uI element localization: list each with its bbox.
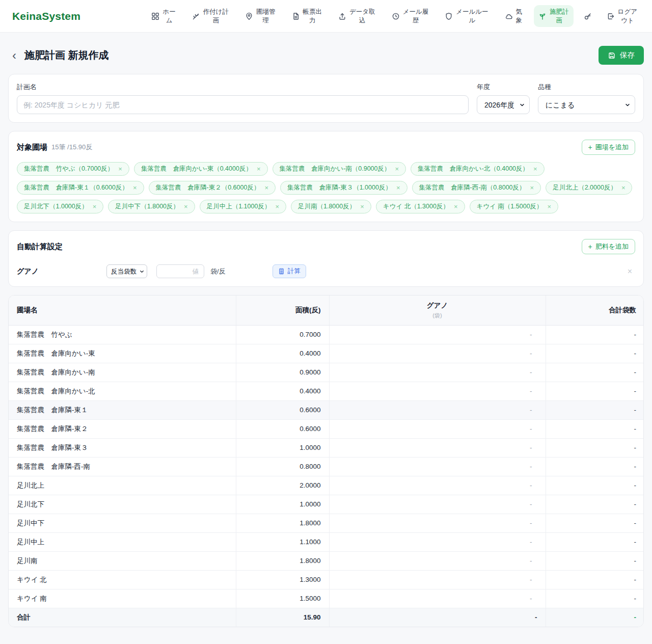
field-tag-label: 集落営農 倉庫隣-東３（1.0000反） <box>287 183 392 192</box>
remove-tag-icon[interactable]: × <box>395 165 399 173</box>
field-tag[interactable]: 集落営農 倉庫向かい-東（0.4000反） × <box>134 162 268 176</box>
field-tag[interactable]: 足川中下（1.8000反） × <box>108 200 195 213</box>
nav-item-weather[interactable]: 気象 <box>500 5 527 27</box>
nav-label: ホーム <box>162 8 175 24</box>
field-tag[interactable]: 足川中上（1.1000反） × <box>200 200 286 213</box>
table-row: 集落営農 倉庫向かい-東 0.4000 - - <box>9 344 644 363</box>
field-tag[interactable]: 足川北上（2.0000反） × <box>546 181 632 195</box>
remove-tag-icon[interactable]: × <box>264 184 268 192</box>
cell-field-name: キウイ 北 <box>9 570 236 589</box>
cell-guano: - <box>329 589 546 608</box>
field-tag[interactable]: キウイ 北（1.3000反） × <box>376 200 465 213</box>
field-tag[interactable]: 足川南（1.8000反） × <box>291 200 371 213</box>
field-tag[interactable]: 集落営農 倉庫向かい-北（0.4000反） × <box>411 162 545 176</box>
col-header-area: 面積(反) <box>236 296 329 325</box>
cell-area: 2.0000 <box>236 476 329 495</box>
nav-item-data-import[interactable]: データ取込 <box>334 5 380 27</box>
calculate-button[interactable]: 計算 <box>273 264 306 278</box>
table-row: 集落営農 倉庫向かい-南 0.9000 - - <box>9 363 644 382</box>
remove-tag-icon[interactable]: × <box>257 165 261 173</box>
remove-tag-icon[interactable]: × <box>275 203 279 210</box>
table-header-row: 圃場名 面積(反) グアノ (袋) 合計袋数 <box>9 296 644 325</box>
remove-tag-icon[interactable]: × <box>454 203 458 210</box>
nav-item-mail-rules[interactable]: メールルール <box>440 5 493 27</box>
field-tag[interactable]: 集落営農 倉庫隣-西-南（0.8000反） × <box>412 181 541 195</box>
cell-field-name: 足川北下 <box>9 495 236 514</box>
cell-field-name: 集落営農 倉庫向かい-東 <box>9 344 236 363</box>
cell-guano: - <box>329 532 546 551</box>
cell-total-bags: - <box>546 325 644 344</box>
shield-icon <box>445 12 453 20</box>
calculator-icon <box>278 268 285 275</box>
field-tag[interactable]: 集落営農 倉庫隣-東１（0.6000反） × <box>17 181 144 195</box>
cell-area: 0.8000 <box>236 457 329 476</box>
field-tag-label: 集落営農 倉庫向かい-南（0.9000反） <box>280 165 391 173</box>
remove-fertilizer-icon[interactable]: × <box>624 267 635 276</box>
remove-tag-icon[interactable]: × <box>548 203 552 210</box>
nav-item-field-management[interactable]: 圃場管理 <box>240 5 280 27</box>
field-tag-label: 集落営農 倉庫隣-東２（0.6000反） <box>156 183 260 192</box>
table-row: 集落営農 倉庫隣-東１ 0.6000 - - <box>9 400 644 419</box>
remove-tag-icon[interactable]: × <box>93 203 97 210</box>
target-fields-title: 対象圃場 <box>17 143 47 152</box>
cell-field-name: 集落営農 倉庫隣-西-南 <box>9 457 236 476</box>
cell-field-name: 足川北上 <box>9 476 236 495</box>
cell-area: 1.8000 <box>236 514 329 532</box>
remove-tag-icon[interactable]: × <box>184 203 188 210</box>
cell-area: 1.3000 <box>236 570 329 589</box>
nav-item-logout[interactable]: ログアウト <box>602 5 642 27</box>
calc-value-input[interactable] <box>156 264 204 278</box>
cell-guano: - <box>329 382 546 400</box>
save-button[interactable]: 保存 <box>599 46 644 65</box>
nav-item-report-output[interactable]: 帳票出力 <box>287 5 327 27</box>
page-title: 施肥計画 新規作成 <box>24 48 109 62</box>
cell-total-bags: - <box>546 514 644 532</box>
field-tag[interactable]: キウイ 南（1.5000反） × <box>470 200 559 213</box>
cell-total-bags: - <box>546 438 644 457</box>
table-row: 足川北上 2.0000 - - <box>9 476 644 495</box>
calc-mode-select[interactable]: 反当袋数 <box>106 264 147 278</box>
cell-guano: - <box>329 419 546 438</box>
year-select[interactable]: 2026年度 <box>477 95 530 114</box>
nav-item-api-key[interactable] <box>581 10 595 23</box>
plus-icon: + <box>588 243 592 250</box>
variety-select[interactable]: にこまる <box>538 95 635 114</box>
total-area: 15.90 <box>236 608 329 627</box>
nav-item-fertilization-plan[interactable]: 施肥計画 <box>534 5 574 27</box>
remove-tag-icon[interactable]: × <box>118 165 122 173</box>
back-button[interactable]: ‹ <box>9 49 19 62</box>
main-nav: ホーム 作付け計画 圃場管理 帳票出力 データ取込 メール履歴 メールルール <box>147 5 642 27</box>
field-tag-label: 集落営農 倉庫向かい-東（0.4000反） <box>141 165 252 173</box>
remove-tag-icon[interactable]: × <box>396 184 400 192</box>
field-tag[interactable]: 集落営農 倉庫隣-東３（1.0000反） × <box>280 181 408 195</box>
page-header: ‹ 施肥計画 新規作成 保存 <box>0 33 652 74</box>
cell-total-bags: - <box>546 589 644 608</box>
cell-area: 0.6000 <box>236 400 329 419</box>
nav-label: 圃場管理 <box>256 8 276 24</box>
target-fields-count: 15筆 /15.90反 <box>51 143 92 152</box>
field-tag[interactable]: 集落営農 倉庫隣-東２（0.6000反） × <box>149 181 276 195</box>
cell-guano: - <box>329 495 546 514</box>
cell-field-name: 集落営農 倉庫向かい-南 <box>9 363 236 382</box>
field-tag[interactable]: 足川北下（1.0000反） × <box>17 200 103 213</box>
field-tag[interactable]: 集落営農 倉庫向かい-南（0.9000反） × <box>273 162 406 176</box>
remove-tag-icon[interactable]: × <box>533 165 537 173</box>
nav-label: 帳票出力 <box>303 8 322 24</box>
remove-tag-icon[interactable]: × <box>530 184 534 192</box>
remove-tag-icon[interactable]: × <box>621 184 626 192</box>
grid-icon <box>151 12 159 20</box>
cell-total-bags: - <box>546 532 644 551</box>
plan-name-input[interactable] <box>17 95 469 114</box>
add-field-button[interactable]: + 圃場を追加 <box>582 140 636 155</box>
field-tag[interactable]: 集落営農 竹やぶ（0.7000反） × <box>17 162 129 176</box>
plus-icon: + <box>588 144 592 151</box>
nav-item-home[interactable]: ホーム <box>147 5 180 27</box>
remove-tag-icon[interactable]: × <box>133 184 137 192</box>
remove-tag-icon[interactable]: × <box>360 203 364 210</box>
add-fertilizer-button[interactable]: + 肥料を追加 <box>582 239 636 254</box>
cell-field-name: 足川中下 <box>9 514 236 532</box>
nav-item-cropping-plan[interactable]: 作付け計画 <box>187 5 233 27</box>
nav-item-mail-history[interactable]: メール履歴 <box>387 5 433 27</box>
cell-area: 1.1000 <box>236 532 329 551</box>
cell-area: 0.6000 <box>236 419 329 438</box>
